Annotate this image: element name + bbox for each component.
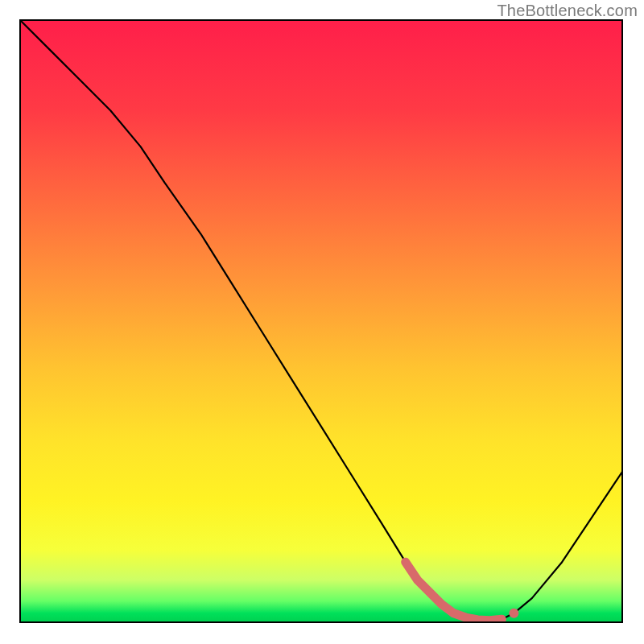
chart-container: TheBottleneck.com — [0, 0, 644, 644]
bottleneck-chart — [0, 0, 644, 644]
optimal-point-dot — [509, 609, 518, 618]
watermark-text: TheBottleneck.com — [497, 2, 638, 20]
